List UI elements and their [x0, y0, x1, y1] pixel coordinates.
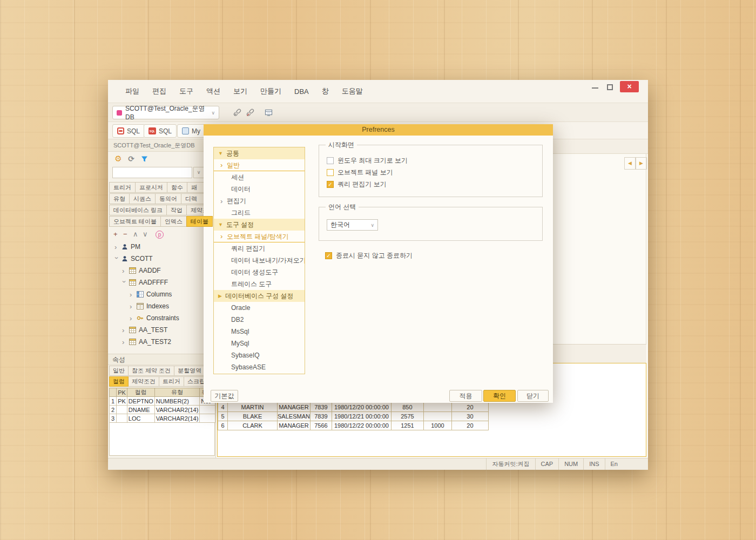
sql-file-button[interactable]: SQL SQL [144, 124, 177, 138]
grid-cell[interactable]: LOC [127, 414, 154, 423]
grid-cell[interactable]: 7566 [310, 421, 332, 430]
tab-job[interactable]: 작업 [166, 205, 187, 215]
tab-trigger[interactable]: 트리거 [109, 182, 136, 193]
sidebar-section-database-config[interactable]: ▶ 데이터베이스 구성 설정 [214, 290, 305, 302]
refresh-icon[interactable]: ⟳ [125, 153, 137, 165]
chevron-down-icon[interactable]: › [113, 256, 120, 261]
row-header-cell[interactable]: 3 [110, 414, 117, 423]
chevron-right-icon[interactable]: › [130, 315, 134, 322]
default-button[interactable]: 기본값 [211, 390, 238, 402]
grid-header[interactable]: 컬럼 [127, 388, 154, 397]
grid-cell[interactable]: SALESMAN [278, 412, 310, 421]
grid-cell[interactable]: MANAGER [278, 421, 310, 430]
menu-item-file[interactable]: 파일 [125, 86, 139, 96]
plsql-icon[interactable]: p [156, 231, 164, 239]
chevron-right-icon[interactable]: › [122, 327, 126, 334]
tab-partitions[interactable]: 분할영역 [174, 366, 205, 376]
tab-dblink[interactable]: 데이터베이스 링크 [109, 205, 167, 215]
grid-cell[interactable]: 7839 [310, 412, 332, 421]
columns-grid-row[interactable]: 3 LOC VARCHAR2(14) [110, 414, 215, 423]
grid-cell[interactable]: MARTIN [228, 403, 278, 412]
chevron-right-icon[interactable]: › [122, 339, 126, 346]
sidebar-item-trace-tool[interactable]: 트레이스 도구 [214, 278, 305, 290]
sidebar-section-common[interactable]: ▼ 공통 [214, 147, 305, 159]
gear-icon[interactable]: ⚙ [112, 153, 124, 165]
row-header-cell[interactable]: 4 [218, 403, 228, 412]
object-search-input[interactable] [112, 167, 192, 178]
grid-cell[interactable]: 20 [451, 403, 488, 412]
tab-general[interactable]: 일반 [109, 366, 129, 376]
chevron-right-icon[interactable]: › [130, 291, 134, 298]
row-header-cell[interactable]: 1 [110, 397, 117, 406]
disconnect-icon[interactable] [244, 106, 256, 119]
sidebar-item-sybaseiq[interactable]: SybaseIQ [214, 349, 305, 361]
nav-next-button[interactable]: ▶ [636, 157, 647, 170]
row-header-cell[interactable]: 5 [218, 412, 228, 421]
grid-cell[interactable] [117, 414, 127, 423]
grid-cell[interactable]: 1980/12/22 00:00:00 [332, 421, 391, 430]
tree-item-scott[interactable]: › SCOTT [108, 253, 215, 265]
tree-item-pm[interactable]: › PM [108, 241, 215, 253]
connect-icon[interactable] [231, 106, 244, 119]
sidebar-item-editor[interactable]: › 편집기 [214, 195, 305, 207]
tab-sequence[interactable]: 시퀀스 [129, 193, 156, 204]
sql-editor-button[interactable]: SQL [112, 124, 145, 138]
sidebar-section-tools[interactable]: ▼ 도구 설정 [214, 219, 305, 231]
chevron-right-icon[interactable]: › [122, 267, 126, 274]
expand-all-icon[interactable]: + [113, 230, 118, 238]
menu-item-dba[interactable]: DBA [294, 87, 309, 96]
result-row[interactable]: 6 CLARK MANAGER 7566 1980/12/22 00:00:00… [218, 421, 489, 430]
chevron-right-icon[interactable]: › [114, 244, 119, 251]
grid-cell[interactable]: CLARK [228, 421, 278, 430]
checkbox-checked-icon[interactable]: ✓ [327, 181, 334, 188]
menu-item-tools[interactable]: 도구 [179, 86, 193, 96]
sidebar-item-session[interactable]: 세션 [214, 171, 305, 183]
grid-cell[interactable]: 1980/12/21 00:00:00 [332, 412, 391, 421]
row-header-cell[interactable]: 2 [110, 406, 117, 414]
grid-cell[interactable]: 20 [451, 421, 488, 430]
tab-function[interactable]: 함수 [167, 182, 187, 193]
tab-ref-constraints[interactable]: 참조 제약 조건 [128, 366, 174, 376]
grid-cell[interactable]: 850 [391, 403, 423, 412]
grid-cell[interactable]: MANAGER [278, 403, 310, 412]
tree-item-aa-test[interactable]: › AA_TEST [108, 324, 215, 336]
sidebar-item-mssql[interactable]: MsSql [214, 326, 305, 338]
menu-item-window[interactable]: 창 [322, 86, 329, 96]
menu-item-help[interactable]: 도움말 [342, 86, 363, 96]
move-up-icon[interactable]: ∧ [133, 230, 138, 238]
grid-cell[interactable]: 1251 [391, 421, 423, 430]
sidebar-item-data-generator[interactable]: 데이터 생성도구 [214, 266, 305, 278]
grid-cell[interactable] [200, 414, 215, 423]
sidebar-item-import-export[interactable]: 데이터 내보내기/가져오기 [214, 254, 305, 266]
row-header-cell[interactable]: 6 [218, 421, 228, 430]
grid-cell[interactable] [423, 412, 451, 421]
grid-cell[interactable]: VARCHAR2(14) [154, 414, 200, 423]
option-maximize-window[interactable]: 윈도우 최대 크기로 보기 [327, 157, 408, 164]
tab-object-table[interactable]: 오브젝트 테이블 [109, 216, 161, 227]
ok-button[interactable]: 확인 [483, 390, 516, 402]
tree-item-columns[interactable]: › Columns [108, 288, 215, 300]
checkbox-checked-icon[interactable]: ✓ [325, 252, 332, 259]
tree-item-aaddf[interactable]: › AADDF [108, 265, 215, 276]
checkbox-unchecked-icon[interactable] [327, 169, 334, 176]
tab-index[interactable]: 인덱스 [160, 216, 187, 227]
collapse-all-icon[interactable]: − [123, 230, 127, 238]
close-button[interactable]: × [620, 81, 639, 92]
chevron-down-icon[interactable]: › [121, 280, 128, 285]
grid-cell[interactable] [200, 406, 215, 414]
grid-cell[interactable]: 7839 [310, 403, 332, 412]
grid-cell[interactable]: 1000 [423, 421, 451, 430]
columns-grid-row[interactable]: 1 PK DEPTNO NUMBER(2) Not [110, 397, 215, 406]
language-select[interactable]: 한국어 ∨ [327, 219, 378, 231]
connection-manager-icon[interactable] [262, 106, 275, 119]
menu-item-edit[interactable]: 편집 [152, 86, 166, 96]
tab-constraints[interactable]: 제약조건 [128, 376, 159, 387]
grid-cell[interactable]: 2575 [391, 412, 423, 421]
checkbox-unchecked-icon[interactable] [327, 157, 334, 164]
option-exit-without-prompt[interactable]: ✓ 종료시 묻지 않고 종료하기 [325, 252, 413, 259]
grid-cell[interactable]: 1980/12/20 00:00:00 [332, 403, 391, 412]
maximize-button[interactable] [607, 84, 613, 90]
sidebar-item-object-panel[interactable]: › 오브젝트 패널/탐색기 [214, 231, 305, 242]
sidebar-item-query-editor[interactable]: 쿼리 편집기 [214, 242, 305, 254]
tab-synonym[interactable]: 동의어 [155, 193, 181, 204]
